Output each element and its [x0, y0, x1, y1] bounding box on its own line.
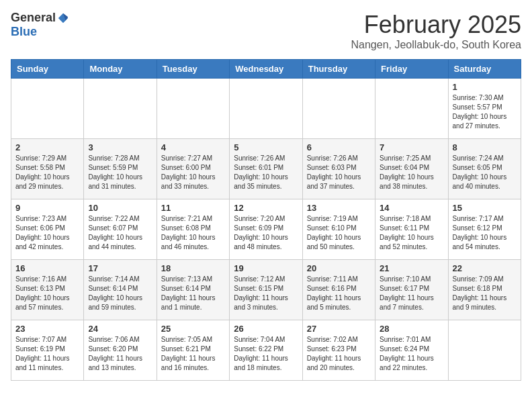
calendar-cell: 20Sunrise: 7:11 AM Sunset: 6:16 PM Dayli…	[302, 260, 375, 320]
day-info: Sunrise: 7:27 AM Sunset: 6:00 PM Dayligh…	[161, 154, 225, 191]
logo-blue-text: Blue	[11, 25, 37, 39]
day-number: 7	[380, 142, 443, 152]
day-info: Sunrise: 7:17 AM Sunset: 6:12 PM Dayligh…	[453, 214, 517, 252]
day-number: 1	[453, 82, 517, 92]
day-info: Sunrise: 7:29 AM Sunset: 5:58 PM Dayligh…	[15, 154, 79, 191]
day-info: Sunrise: 7:10 AM Sunset: 6:17 PM Dayligh…	[380, 275, 443, 312]
day-number: 4	[161, 142, 225, 152]
day-info: Sunrise: 7:19 AM Sunset: 6:10 PM Dayligh…	[307, 214, 371, 252]
page-header: General Blue February 2025 Nangen, Jeoll…	[11, 11, 521, 51]
day-info: Sunrise: 7:25 AM Sunset: 6:04 PM Dayligh…	[380, 154, 443, 191]
day-number: 23	[15, 324, 79, 334]
calendar-cell: 3Sunrise: 7:28 AM Sunset: 5:59 PM Daylig…	[84, 139, 157, 199]
day-header-friday: Friday	[375, 60, 448, 79]
day-number: 12	[234, 203, 298, 213]
calendar-week-row: 23Sunrise: 7:07 AM Sunset: 6:19 PM Dayli…	[11, 320, 521, 381]
calendar-cell: 22Sunrise: 7:09 AM Sunset: 6:18 PM Dayli…	[448, 260, 521, 320]
day-info: Sunrise: 7:05 AM Sunset: 6:21 PM Dayligh…	[161, 335, 225, 373]
calendar-cell: 2Sunrise: 7:29 AM Sunset: 5:58 PM Daylig…	[11, 139, 84, 199]
day-number: 13	[307, 203, 371, 213]
calendar-cell	[375, 79, 448, 139]
day-info: Sunrise: 7:28 AM Sunset: 5:59 PM Dayligh…	[88, 154, 152, 191]
calendar-cell: 18Sunrise: 7:13 AM Sunset: 6:14 PM Dayli…	[157, 260, 229, 320]
day-number: 11	[161, 203, 225, 213]
calendar-cell: 12Sunrise: 7:20 AM Sunset: 6:09 PM Dayli…	[230, 199, 302, 260]
calendar-cell: 26Sunrise: 7:04 AM Sunset: 6:22 PM Dayli…	[230, 320, 302, 381]
day-info: Sunrise: 7:02 AM Sunset: 6:23 PM Dayligh…	[307, 335, 371, 373]
calendar-cell: 23Sunrise: 7:07 AM Sunset: 6:19 PM Dayli…	[11, 320, 84, 381]
calendar-cell	[11, 79, 84, 139]
day-info: Sunrise: 7:21 AM Sunset: 6:08 PM Dayligh…	[161, 214, 225, 252]
day-number: 15	[453, 203, 517, 213]
day-header-thursday: Thursday	[302, 60, 375, 79]
day-header-tuesday: Tuesday	[157, 60, 229, 79]
calendar-week-row: 16Sunrise: 7:16 AM Sunset: 6:13 PM Dayli…	[11, 260, 521, 320]
day-number: 18	[161, 263, 225, 273]
calendar-cell: 5Sunrise: 7:26 AM Sunset: 6:01 PM Daylig…	[230, 139, 302, 199]
calendar-cell: 15Sunrise: 7:17 AM Sunset: 6:12 PM Dayli…	[448, 199, 521, 260]
day-number: 3	[88, 142, 152, 152]
month-year-title: February 2025	[351, 11, 521, 39]
calendar-cell: 14Sunrise: 7:18 AM Sunset: 6:11 PM Dayli…	[375, 199, 448, 260]
calendar-cell: 25Sunrise: 7:05 AM Sunset: 6:21 PM Dayli…	[157, 320, 229, 381]
day-info: Sunrise: 7:20 AM Sunset: 6:09 PM Dayligh…	[234, 214, 298, 252]
day-info: Sunrise: 7:06 AM Sunset: 6:20 PM Dayligh…	[88, 335, 152, 373]
day-info: Sunrise: 7:26 AM Sunset: 6:03 PM Dayligh…	[307, 154, 371, 191]
day-number: 20	[307, 263, 371, 273]
day-info: Sunrise: 7:14 AM Sunset: 6:14 PM Dayligh…	[88, 275, 152, 312]
calendar-week-row: 1Sunrise: 7:30 AM Sunset: 5:57 PM Daylig…	[11, 79, 521, 139]
day-number: 25	[161, 324, 225, 334]
day-number: 14	[380, 203, 443, 213]
day-number: 16	[15, 263, 79, 273]
day-info: Sunrise: 7:09 AM Sunset: 6:18 PM Dayligh…	[453, 275, 517, 312]
calendar-cell: 11Sunrise: 7:21 AM Sunset: 6:08 PM Dayli…	[157, 199, 229, 260]
day-info: Sunrise: 7:12 AM Sunset: 6:15 PM Dayligh…	[234, 275, 298, 312]
day-number: 26	[234, 324, 298, 334]
calendar-week-row: 2Sunrise: 7:29 AM Sunset: 5:58 PM Daylig…	[11, 139, 521, 199]
day-number: 21	[380, 263, 443, 273]
calendar-cell: 24Sunrise: 7:06 AM Sunset: 6:20 PM Dayli…	[84, 320, 157, 381]
calendar-header-row: SundayMondayTuesdayWednesdayThursdayFrid…	[11, 60, 521, 79]
calendar-cell: 28Sunrise: 7:01 AM Sunset: 6:24 PM Dayli…	[375, 320, 448, 381]
day-number: 9	[15, 203, 79, 213]
day-number: 5	[234, 142, 298, 152]
day-number: 28	[380, 324, 443, 334]
calendar-cell	[230, 79, 302, 139]
calendar-cell	[302, 79, 375, 139]
day-number: 22	[453, 263, 517, 273]
day-number: 24	[88, 324, 152, 334]
logo: General Blue	[11, 11, 69, 39]
day-number: 10	[88, 203, 152, 213]
calendar-cell: 27Sunrise: 7:02 AM Sunset: 6:23 PM Dayli…	[302, 320, 375, 381]
calendar-cell	[157, 79, 229, 139]
day-number: 8	[453, 142, 517, 152]
day-info: Sunrise: 7:23 AM Sunset: 6:06 PM Dayligh…	[15, 214, 79, 252]
calendar-cell: 1Sunrise: 7:30 AM Sunset: 5:57 PM Daylig…	[448, 79, 521, 139]
location-subtitle: Nangen, Jeollabuk-do, South Korea	[351, 39, 521, 51]
title-block: February 2025 Nangen, Jeollabuk-do, Sout…	[351, 11, 521, 51]
day-header-saturday: Saturday	[448, 60, 521, 79]
day-info: Sunrise: 7:16 AM Sunset: 6:13 PM Dayligh…	[15, 275, 79, 312]
calendar-cell	[448, 320, 521, 381]
day-header-sunday: Sunday	[11, 60, 84, 79]
day-info: Sunrise: 7:01 AM Sunset: 6:24 PM Dayligh…	[380, 335, 443, 373]
day-number: 19	[234, 263, 298, 273]
day-info: Sunrise: 7:26 AM Sunset: 6:01 PM Dayligh…	[234, 154, 298, 191]
calendar-cell: 17Sunrise: 7:14 AM Sunset: 6:14 PM Dayli…	[84, 260, 157, 320]
calendar-cell: 21Sunrise: 7:10 AM Sunset: 6:17 PM Dayli…	[375, 260, 448, 320]
day-number: 2	[15, 142, 79, 152]
day-header-wednesday: Wednesday	[230, 60, 302, 79]
day-number: 6	[307, 142, 371, 152]
calendar-cell: 19Sunrise: 7:12 AM Sunset: 6:15 PM Dayli…	[230, 260, 302, 320]
day-info: Sunrise: 7:04 AM Sunset: 6:22 PM Dayligh…	[234, 335, 298, 373]
calendar-cell: 7Sunrise: 7:25 AM Sunset: 6:04 PM Daylig…	[375, 139, 448, 199]
calendar-week-row: 9Sunrise: 7:23 AM Sunset: 6:06 PM Daylig…	[11, 199, 521, 260]
day-number: 27	[307, 324, 371, 334]
day-info: Sunrise: 7:22 AM Sunset: 6:07 PM Dayligh…	[88, 214, 152, 252]
calendar-cell: 9Sunrise: 7:23 AM Sunset: 6:06 PM Daylig…	[11, 199, 84, 260]
calendar-cell: 10Sunrise: 7:22 AM Sunset: 6:07 PM Dayli…	[84, 199, 157, 260]
calendar-cell: 6Sunrise: 7:26 AM Sunset: 6:03 PM Daylig…	[302, 139, 375, 199]
day-info: Sunrise: 7:07 AM Sunset: 6:19 PM Dayligh…	[15, 335, 79, 373]
calendar-table: SundayMondayTuesdayWednesdayThursdayFrid…	[11, 59, 521, 381]
calendar-cell: 13Sunrise: 7:19 AM Sunset: 6:10 PM Dayli…	[302, 199, 375, 260]
